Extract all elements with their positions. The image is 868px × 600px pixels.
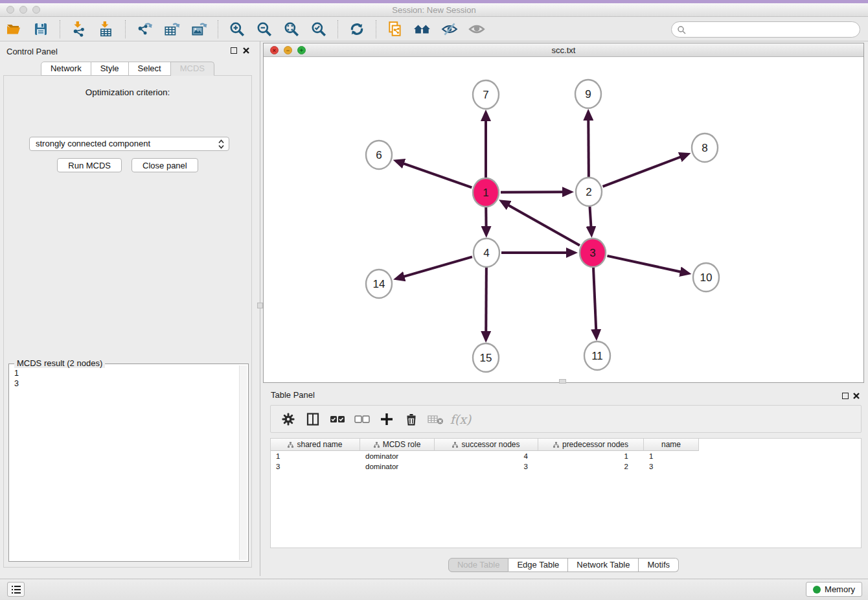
graph-node-1[interactable]: 1 — [473, 178, 499, 207]
graph-node-7[interactable]: 7 — [473, 80, 499, 109]
home-button[interactable] — [411, 19, 433, 39]
horizontal-splitter-handle[interactable] — [559, 379, 566, 384]
hide-panel-button[interactable] — [439, 19, 461, 39]
run-mcds-button[interactable]: Run MCDS — [57, 158, 122, 172]
column-header-name[interactable]: name — [644, 439, 699, 451]
tab-node-table[interactable]: Node Table — [448, 558, 509, 572]
function-builder-button[interactable]: f(x) — [450, 408, 472, 430]
close-table-panel-icon[interactable] — [852, 392, 860, 400]
edge-1-6[interactable] — [402, 163, 472, 188]
column-header-successor-nodes[interactable]: successor nodes — [435, 439, 538, 451]
table-settings-button[interactable] — [277, 408, 299, 430]
table-row[interactable]: 1dominator411 — [271, 451, 861, 461]
maximize-window-button[interactable] — [32, 6, 40, 14]
duplicate-network-button[interactable] — [384, 19, 406, 39]
tab-motifs[interactable]: Motifs — [639, 558, 679, 572]
zoom-in-button[interactable] — [226, 19, 248, 39]
delete-table-button[interactable] — [425, 408, 447, 430]
minimize-window-button[interactable] — [19, 6, 27, 14]
graph-node-9[interactable]: 9 — [575, 80, 601, 108]
splitter-handle[interactable] — [257, 303, 263, 308]
zoom-out-button[interactable] — [253, 19, 275, 39]
close-panel-button[interactable]: Close panel — [131, 158, 198, 172]
column-header-label: predecessor nodes — [562, 440, 628, 449]
column-header-MCDS-role[interactable]: MCDS role — [360, 439, 435, 451]
graph-node-6[interactable]: 6 — [366, 141, 392, 169]
tab-mcds[interactable]: MCDS — [171, 62, 214, 76]
edge-3-10[interactable] — [607, 256, 681, 272]
network-canvas-svg[interactable]: 7968124314101511 — [264, 57, 863, 382]
edge-2-8[interactable] — [603, 156, 682, 186]
table-tabs: Node Table Edge Table Network Table Moti… — [263, 558, 864, 572]
delete-column-button[interactable] — [400, 408, 422, 430]
edge-1-2[interactable] — [501, 192, 564, 192]
node-label: 1 — [483, 187, 488, 199]
column-header-shared-name[interactable]: shared name — [271, 439, 360, 451]
graph-node-3[interactable]: 3 — [580, 238, 606, 267]
edge-4-15[interactable] — [486, 268, 486, 333]
tab-style[interactable]: Style — [91, 62, 129, 76]
refresh-layout-button[interactable] — [346, 19, 368, 39]
table-cell: 1 — [538, 451, 644, 461]
graph-node-4[interactable]: 4 — [474, 238, 499, 267]
import-network-button[interactable] — [68, 19, 90, 39]
graph-node-10[interactable]: 10 — [693, 263, 719, 292]
mcds-result-box: MCDS result (2 nodes) 13 — [8, 363, 249, 562]
graph-node-15[interactable]: 15 — [473, 343, 499, 372]
result-scrollbar[interactable] — [239, 365, 247, 560]
deselect-all-button[interactable] — [351, 408, 373, 430]
table-columns-button[interactable] — [302, 408, 324, 430]
network-minimize-button[interactable]: − — [284, 46, 292, 54]
optimization-criterion-select[interactable]: strongly connected component — [29, 137, 229, 151]
float-panel-button[interactable] — [231, 47, 237, 54]
toolbar-separator — [60, 20, 60, 38]
toolbar-search[interactable] — [671, 21, 860, 38]
graph-node-14[interactable]: 14 — [366, 270, 392, 298]
table-panel: Table Panel — [263, 387, 864, 576]
tab-network[interactable]: Network — [41, 62, 91, 76]
table-body: 1dominator4113dominator323 — [271, 451, 861, 472]
memory-button[interactable]: Memory — [806, 582, 862, 597]
save-session-button[interactable] — [30, 19, 52, 39]
vertical-splitter[interactable] — [258, 41, 262, 576]
close-panel-icon[interactable] — [242, 47, 250, 54]
list-icon — [11, 585, 21, 594]
deselect-all-icon — [354, 414, 370, 424]
edge-2-3[interactable] — [589, 207, 591, 228]
open-session-button[interactable] — [3, 19, 25, 39]
zoom-fit-button[interactable] — [280, 19, 303, 39]
add-column-button[interactable] — [376, 408, 398, 430]
close-window-button[interactable] — [6, 6, 14, 14]
export-image-button[interactable] — [188, 19, 210, 39]
tab-select[interactable]: Select — [129, 62, 171, 76]
tab-network-table[interactable]: Network Table — [568, 558, 639, 572]
graph-node-8[interactable]: 8 — [692, 133, 718, 162]
graph-node-11[interactable]: 11 — [584, 341, 610, 370]
mcds-result-item: 3 — [14, 378, 248, 389]
toolbar-separator — [125, 20, 126, 38]
column-header-predecessor-nodes[interactable]: predecessor nodes — [538, 439, 644, 451]
table-row[interactable]: 3dominator323 — [271, 461, 861, 472]
search-input[interactable] — [686, 23, 860, 36]
edge-2-9[interactable] — [588, 119, 589, 177]
network-maximize-button[interactable]: + — [297, 46, 306, 54]
import-table-button[interactable] — [95, 19, 117, 39]
graph-node-2[interactable]: 2 — [576, 178, 602, 206]
edge-4-14[interactable] — [403, 257, 472, 277]
window-traffic-lights — [6, 6, 40, 14]
export-table-button[interactable] — [161, 19, 183, 39]
float-table-panel-button[interactable] — [842, 393, 849, 399]
show-panel-button[interactable] — [466, 19, 488, 39]
network-window-titlebar[interactable]: × − + scc.txt — [264, 43, 863, 57]
edge-3-11[interactable] — [593, 268, 596, 331]
network-close-button[interactable]: × — [270, 46, 279, 54]
table-cell: 1 — [271, 451, 360, 461]
tab-edge-table[interactable]: Edge Table — [508, 558, 568, 572]
export-network-button[interactable] — [133, 19, 155, 39]
control-panel-title: Control Panel — [6, 47, 58, 56]
zoom-selected-button[interactable] — [308, 19, 330, 39]
node-label: 3 — [589, 247, 595, 259]
select-all-button[interactable] — [326, 408, 348, 430]
task-history-button[interactable] — [7, 582, 25, 597]
edge-3-1[interactable] — [507, 205, 580, 246]
